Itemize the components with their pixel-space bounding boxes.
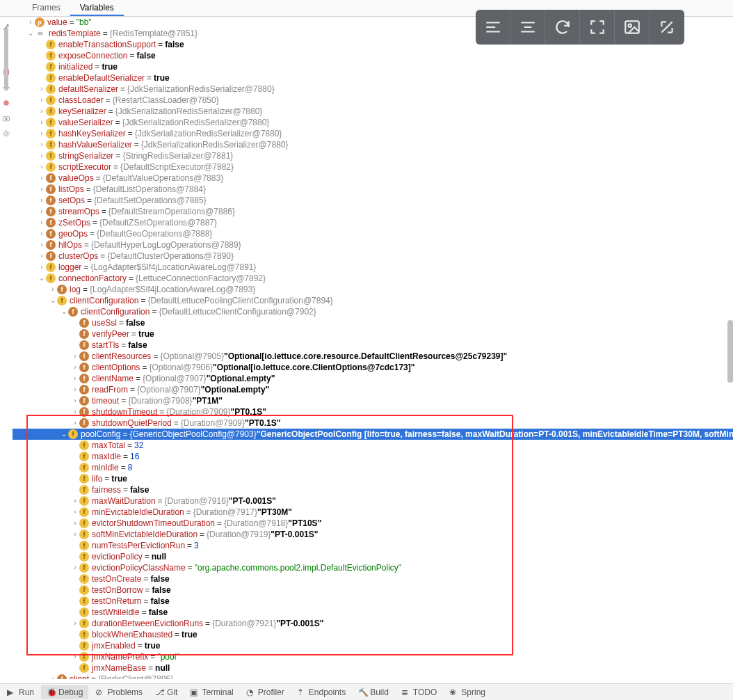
var-row-clientConfiguration[interactable]: ⌄fclientConfiguration = {DefaultLettuceP… (13, 295, 733, 306)
collapse-icon[interactable]: ⌄ (49, 295, 57, 306)
var-row-evictionPolicy[interactable]: fevictionPolicy = null (13, 551, 733, 562)
var-row-blockWhenExhausted[interactable]: fblockWhenExhausted = true (13, 629, 733, 640)
expand-icon[interactable]: › (71, 529, 79, 540)
toolwindow-terminal[interactable]: ▣Terminal (184, 685, 239, 699)
var-row-timeout[interactable]: ›ftimeout = {Duration@7908} "PT1M" (13, 395, 733, 406)
scroll-thumb[interactable] (727, 320, 733, 383)
expand-icon[interactable]: › (71, 507, 79, 518)
expand-icon[interactable]: › (71, 384, 79, 395)
gear-icon[interactable] (2, 129, 10, 138)
var-row-clientOptions[interactable]: ›fclientOptions = {Optional@7906} "Optio… (13, 362, 733, 373)
expand-icon[interactable]: › (38, 161, 46, 173)
expand-icon[interactable]: › (38, 206, 46, 217)
expand-icon[interactable]: › (38, 106, 46, 117)
var-row-jmxEnabled[interactable]: fjmxEnabled = true (13, 640, 733, 651)
toolwindow-endpoints[interactable]: ⇡Endpoints (291, 685, 351, 699)
var-row-startTls[interactable]: fstartTls = false (13, 340, 733, 351)
expand-icon[interactable]: › (38, 173, 46, 184)
var-row-hllOps[interactable]: ›fhllOps = {DefaultHyperLogLogOperations… (13, 239, 733, 250)
var-row-maxIdle[interactable]: fmaxIdle = 16 (13, 451, 733, 462)
collapse-icon[interactable]: ⌄ (60, 429, 68, 440)
var-row-clientName[interactable]: ›fclientName = {Optional@7907} "Optional… (13, 373, 733, 384)
expand-icon[interactable]: › (71, 417, 79, 429)
var-row-clientResources[interactable]: ›fclientResources = {Optional@7905} "Opt… (13, 351, 733, 362)
var-row-listOps[interactable]: ›flistOps = {DefaultListOperations@7884} (13, 184, 733, 195)
expand-icon[interactable]: › (38, 228, 46, 239)
collapse-icon[interactable]: ⌄ (26, 28, 35, 39)
variables-tree[interactable]: ›pvalue = "bb"⌄∞redisTemplate = {RedisTe… (13, 17, 733, 679)
var-row-initialized[interactable]: finitialized = true (13, 61, 733, 72)
expand-icon[interactable]: › (71, 495, 79, 507)
expand-icon[interactable]: › (38, 217, 46, 228)
expand-icon[interactable] (650, 10, 684, 45)
var-row-useSsl[interactable]: fuseSsl = false (13, 317, 733, 328)
var-row-maxWaitDuration[interactable]: ›fmaxWaitDuration = {Duration@7916} "PT-… (13, 495, 733, 507)
toolwindow-build[interactable]: 🔨Build (353, 685, 394, 699)
var-row-fairness[interactable]: ffairness = false (13, 484, 733, 495)
var-row-hashValueSerializer[interactable]: ›fhashValueSerializer = {JdkSerializatio… (13, 139, 733, 150)
var-row-setOps[interactable]: ›fsetOps = {DefaultSetOperations@7885} (13, 195, 733, 206)
expand-icon[interactable]: › (38, 195, 46, 206)
var-row-classLoader[interactable]: ›fclassLoader = {RestartClassLoader@7850… (13, 95, 733, 106)
var-row-client[interactable]: ›fclient = {RedisClient@7895} (13, 674, 733, 679)
var-row-evictionPolicyClassName[interactable]: ›fevictionPolicyClassName = "org.apache.… (13, 562, 733, 573)
var-row-geoOps[interactable]: ›fgeoOps = {DefaultGeoOperations@7888} (13, 228, 733, 239)
var-row-lifo[interactable]: flifo = true (13, 473, 733, 484)
collapse-icon[interactable]: ⌄ (38, 273, 46, 284)
var-row-shutdownQuietPeriod[interactable]: ›fshutdownQuietPeriod = {Duration@7909} … (13, 417, 733, 429)
expand-icon[interactable]: › (71, 395, 79, 406)
camera-icon[interactable] (2, 114, 10, 122)
collapse-icon[interactable]: ⌄ (60, 306, 68, 317)
expand-icon[interactable]: › (38, 239, 46, 250)
expand-icon[interactable]: › (38, 184, 46, 195)
var-row-testOnBorrow[interactable]: ftestOnBorrow = false (13, 584, 733, 596)
toolwindow-problems[interactable]: ⊘Problems (90, 685, 148, 699)
var-row-clientConfiguration[interactable]: ⌄fclientConfiguration = {DefaultLettuceC… (13, 306, 733, 317)
toolwindow-profiler[interactable]: ◔Profiler (241, 685, 290, 699)
var-row-minEvictableIdleDuration[interactable]: ›fminEvictableIdleDuration = {Duration@7… (13, 507, 733, 518)
expand-icon[interactable]: › (49, 674, 57, 679)
var-row-keySerializer[interactable]: ›fkeySerializer = {JdkSerializationRedis… (13, 106, 733, 117)
expand-icon[interactable]: › (38, 250, 46, 262)
var-row-testWhileIdle[interactable]: ftestWhileIdle = false (13, 607, 733, 618)
tab-frames[interactable]: Frames (22, 0, 70, 16)
var-row-testOnCreate[interactable]: ftestOnCreate = false (13, 573, 733, 584)
expand-icon[interactable]: › (38, 150, 46, 161)
expand-icon[interactable]: › (38, 139, 46, 150)
var-row-durationBetweenEvictionRuns[interactable]: ›fdurationBetweenEvictionRuns = {Duratio… (13, 618, 733, 629)
expand-icon[interactable]: › (38, 95, 46, 106)
var-row-hashKeySerializer[interactable]: ›fhashKeySerializer = {JdkSerializationR… (13, 128, 733, 139)
image-icon[interactable] (615, 10, 650, 45)
var-row-softMinEvictableIdleDuration[interactable]: ›fsoftMinEvictableIdleDuration = {Durati… (13, 529, 733, 540)
var-row-poolConfig[interactable]: ⌄fpoolConfig = {GenericObjectPoolConfig@… (13, 429, 733, 440)
expand-icon[interactable]: › (71, 351, 79, 362)
var-row-maxTotal[interactable]: fmaxTotal = 32 (13, 440, 733, 451)
var-row-shutdownTimeout[interactable]: ›fshutdownTimeout = {Duration@7909} "PT0… (13, 406, 733, 417)
var-row-valueOps[interactable]: ›fvalueOps = {DefaultValueOperations@788… (13, 173, 733, 184)
var-row-minIdle[interactable]: fminIdle = 8 (13, 462, 733, 473)
var-row-logger[interactable]: ›flogger = {LogAdapter$Slf4jLocationAwar… (13, 262, 733, 273)
expand-icon[interactable]: › (38, 117, 46, 128)
var-row-connectionFactory[interactable]: ⌄fconnectionFactory = {LettuceConnection… (13, 273, 733, 284)
var-row-log[interactable]: ›flog = {LogAdapter$Slf4jLocationAwareLo… (13, 284, 733, 295)
expand-icon[interactable]: › (38, 262, 46, 273)
expand-icon[interactable]: › (71, 618, 79, 629)
var-row-evictorShutdownTimeoutDuration[interactable]: ›fevictorShutdownTimeoutDuration = {Dura… (13, 518, 733, 529)
align-left-icon[interactable] (476, 10, 510, 45)
toolwindow-debug[interactable]: 🐞Debug (41, 685, 88, 699)
var-row-clusterOps[interactable]: ›fclusterOps = {DefaultClusterOperations… (13, 250, 733, 262)
var-row-jmxNamePrefix[interactable]: ›fjmxNamePrefix = "pool" (13, 651, 733, 662)
expand-icon[interactable]: › (26, 17, 35, 28)
expand-icon[interactable]: › (71, 373, 79, 384)
expand-icon[interactable]: › (71, 362, 79, 373)
expand-icon[interactable]: › (38, 83, 46, 95)
toolwindow-todo[interactable]: ≣TODO (396, 685, 442, 699)
var-row-scriptExecutor[interactable]: ›fscriptExecutor = {DefaultScriptExecuto… (13, 161, 733, 173)
var-row-jmxNameBase[interactable]: fjmxNameBase = null (13, 662, 733, 674)
align-center-icon[interactable] (510, 10, 545, 45)
var-row-testOnReturn[interactable]: ftestOnReturn = false (13, 596, 733, 607)
var-row-streamOps[interactable]: ›fstreamOps = {DefaultStreamOperations@7… (13, 206, 733, 217)
var-row-enableDefaultSerializer[interactable]: fenableDefaultSerializer = true (13, 72, 733, 83)
toolwindow-run[interactable]: ▶Run (1, 685, 40, 699)
var-row-readFrom[interactable]: ›freadFrom = {Optional@7907} "Optional.e… (13, 384, 733, 395)
